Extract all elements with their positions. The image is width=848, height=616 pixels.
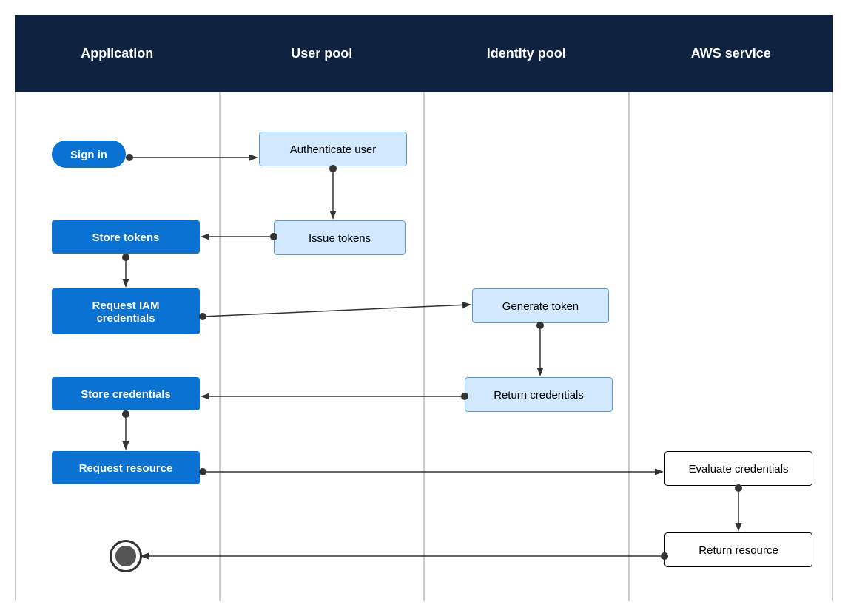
request-iam-node: Request IAM credentials bbox=[52, 288, 200, 334]
column-label-user-pool: User pool bbox=[291, 46, 352, 61]
columns-wrapper: Application User pool Identity pool AWS … bbox=[15, 15, 833, 601]
column-header-identity-pool: Identity pool bbox=[424, 15, 629, 92]
column-label-aws-service: AWS service bbox=[691, 46, 771, 61]
column-header-aws-service: AWS service bbox=[629, 15, 834, 92]
return-credentials-node: Return credentials bbox=[465, 377, 613, 412]
column-body-application bbox=[15, 92, 220, 601]
store-credentials-node: Store credentials bbox=[52, 377, 200, 410]
store-tokens-node: Store tokens bbox=[52, 220, 200, 254]
diagram-container: Application User pool Identity pool AWS … bbox=[0, 0, 848, 616]
issue-tokens-node: Issue tokens bbox=[274, 220, 406, 255]
column-header-user-pool: User pool bbox=[220, 15, 425, 92]
column-label-identity-pool: Identity pool bbox=[487, 46, 566, 61]
authenticate-user-node: Authenticate user bbox=[259, 132, 407, 166]
column-header-application: Application bbox=[15, 15, 220, 92]
column-body-aws-service bbox=[629, 92, 834, 601]
end-state-inner bbox=[115, 546, 136, 566]
column-aws-service: AWS service bbox=[629, 15, 834, 601]
column-user-pool: User pool bbox=[220, 15, 425, 601]
generate-token-node: Generate token bbox=[472, 288, 609, 323]
column-body-user-pool bbox=[220, 92, 425, 601]
request-resource-node: Request resource bbox=[52, 451, 200, 484]
evaluate-credentials-node: Evaluate credentials bbox=[664, 451, 812, 486]
column-body-identity-pool bbox=[424, 92, 629, 601]
column-label-application: Application bbox=[81, 46, 153, 61]
end-state bbox=[110, 540, 142, 572]
sign-in-node: Sign in bbox=[52, 141, 126, 168]
return-resource-node: Return resource bbox=[664, 532, 812, 567]
